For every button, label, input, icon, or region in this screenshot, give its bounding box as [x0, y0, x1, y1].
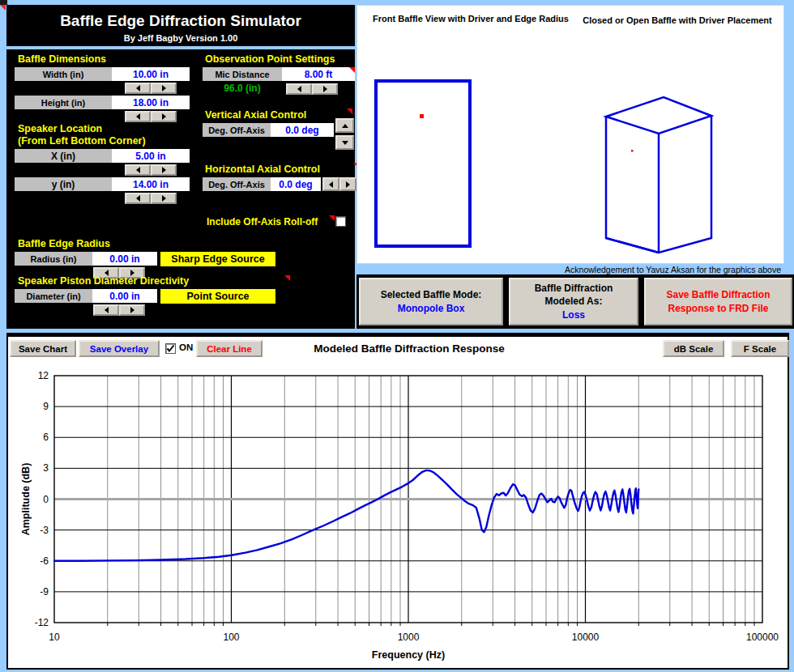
- width-spin-down-button[interactable]: [125, 83, 151, 94]
- y-axis-title: Amplitude (dB): [20, 463, 32, 536]
- diameter-spin-up-button[interactable]: [119, 304, 145, 316]
- speaker-x-label: X (in): [15, 149, 112, 163]
- width-spin-up-button[interactable]: [151, 83, 177, 94]
- diameter-label: Diameter (in): [15, 289, 92, 303]
- svg-text:0: 0: [43, 494, 49, 505]
- radius-value[interactable]: 0.00 in: [92, 252, 157, 266]
- app-subtitle: By Jeff Bagby Version 1.00: [6, 33, 355, 43]
- comment-marker-icon: [0, 5, 6, 11]
- horizontal-axial-value[interactable]: 0.0 deg: [271, 177, 321, 191]
- arrow-left-icon: [136, 85, 140, 91]
- height-value[interactable]: 18.00 in: [112, 96, 190, 109]
- driver-dot-3d: [631, 150, 634, 152]
- baffle-mode-label: Selected Baffle Mode:: [381, 288, 482, 301]
- y-spin-down-button[interactable]: [125, 193, 151, 204]
- height-spinner: [125, 111, 177, 122]
- svg-text:3: 3: [43, 462, 49, 474]
- modeled-as-panel[interactable]: Baffle Diffraction Modeled As: Loss: [509, 278, 638, 325]
- comment-marker-icon: [329, 215, 335, 221]
- svg-text:10000: 10000: [572, 632, 600, 643]
- vertical-spin-up-button[interactable]: [335, 118, 354, 133]
- svg-text:-12: -12: [35, 617, 49, 628]
- speaker-x-value[interactable]: 5.00 in: [112, 149, 190, 163]
- vertical-axial-heading: Vertical Axial Control: [205, 109, 306, 121]
- diffraction-chart: 129630-3-6-9-1210100100010000100000Ampli…: [8, 337, 788, 668]
- mic-spin-up-button[interactable]: [312, 83, 338, 95]
- baffle-mode-value: Monopole Box: [398, 302, 465, 315]
- modeled-as-label: Baffle Diffraction Modeled As:: [521, 282, 626, 308]
- include-rolloff-label: Include Off-Axis Roll-off: [207, 216, 318, 228]
- arrow-left-icon: [105, 307, 109, 313]
- height-label: Height (in): [15, 96, 112, 109]
- svg-text:100: 100: [223, 632, 239, 643]
- piston-mode-indicator: Point Source: [160, 289, 275, 304]
- horizontal-axial-spinner: [322, 177, 356, 191]
- save-frd-button[interactable]: Save Baffle Diffraction Response to FRD …: [644, 278, 792, 325]
- horizontal-axial-heading: Horizontal Axial Control: [205, 164, 320, 175]
- vertical-spin-down-button[interactable]: [335, 135, 354, 150]
- observation-heading: Observation Point Settings: [205, 53, 335, 65]
- modeled-as-value: Loss: [562, 308, 585, 321]
- arrow-left-icon: [136, 113, 140, 120]
- svg-text:6: 6: [43, 432, 49, 443]
- height-spin-up-button[interactable]: [151, 111, 177, 122]
- axis-tick-labels: 129630-3-6-9-1210100100010000100000: [35, 370, 779, 643]
- arrow-right-icon: [162, 167, 166, 173]
- speaker-location-heading-1: Speaker Location: [18, 123, 102, 134]
- arrow-down-icon: [342, 141, 348, 145]
- front-baffle-caption: Front Baffle View with Driver and Edge R…: [369, 12, 572, 26]
- x-spin-down-button[interactable]: [125, 164, 151, 176]
- chart-section: Save Chart Save Overlay ON Clear Line Mo…: [6, 333, 789, 670]
- svg-text:12: 12: [38, 370, 49, 381]
- enclosure-3d-drawing: [592, 83, 762, 261]
- vertical-axial-spinner: [335, 118, 354, 150]
- baffle-mode-panel[interactable]: Selected Baffle Mode: Monopole Box: [359, 278, 503, 325]
- graphics-panel: Front Baffle View with Driver and Edge R…: [356, 5, 784, 264]
- speaker-x-spinner: [125, 164, 177, 176]
- svg-text:1000: 1000: [398, 632, 420, 643]
- arrow-left-icon: [297, 86, 301, 92]
- arrow-right-icon: [162, 113, 166, 120]
- acknowledgement-text: Acknowledgement to Yavuz Aksan for the g…: [356, 265, 781, 274]
- arrow-left-icon: [136, 167, 140, 173]
- width-value[interactable]: 10.00 in: [112, 67, 190, 81]
- mic-distance-spinner: [286, 83, 338, 95]
- diameter-spin-down-button[interactable]: [93, 304, 119, 316]
- horizontal-spin-up-button[interactable]: [339, 177, 356, 191]
- speaker-y-value[interactable]: 14.00 in: [112, 177, 190, 191]
- box-caption: Closed or Open Baffle with Driver Placem…: [580, 14, 775, 28]
- include-rolloff-checkbox[interactable]: [335, 216, 346, 227]
- diameter-value[interactable]: 0.00 in: [92, 289, 157, 303]
- x-spin-up-button[interactable]: [151, 164, 177, 176]
- arrow-left-icon: [136, 195, 140, 202]
- comment-marker-icon: [284, 275, 290, 281]
- arrow-right-icon: [162, 85, 166, 91]
- y-spin-up-button[interactable]: [151, 193, 177, 204]
- x-axis-title: Frequency (Hz): [372, 649, 445, 661]
- chart-grid: [54, 376, 762, 626]
- edge-mode-indicator: Sharp Edge Source: [160, 252, 275, 266]
- mic-distance-value[interactable]: 8.00 ft: [282, 67, 355, 81]
- height-spin-down-button[interactable]: [125, 111, 151, 122]
- save-frd-label: Save Baffle Diffraction Response to FRD …: [651, 288, 785, 314]
- diameter-spinner: [93, 304, 145, 316]
- svg-text:-3: -3: [40, 525, 49, 536]
- baffle-dimensions-heading: Baffle Dimensions: [18, 53, 106, 65]
- arrow-left-icon: [329, 181, 333, 188]
- comment-marker-icon: [349, 67, 355, 73]
- mic-spin-down-button[interactable]: [286, 83, 312, 95]
- front-baffle-drawing: [374, 79, 472, 248]
- comment-marker-icon: [347, 108, 352, 114]
- svg-text:100000: 100000: [746, 632, 779, 643]
- vertical-axial-value[interactable]: 0.0 deg: [271, 123, 334, 137]
- mode-strip: Selected Baffle Mode: Monopole Box Baffl…: [356, 274, 794, 329]
- svg-text:-9: -9: [40, 586, 49, 598]
- horizontal-spin-down-button[interactable]: [322, 177, 339, 191]
- horizontal-axial-label: Deg. Off-Axis: [203, 177, 271, 191]
- speaker-y-spinner: [125, 193, 177, 204]
- baffle-edge-radius-heading: Baffle Edge Radius: [18, 238, 110, 249]
- box-lines: [606, 97, 711, 253]
- speaker-location-heading-2: (From Left Bottom Corner): [18, 135, 146, 147]
- arrow-right-icon: [346, 181, 350, 188]
- svg-text:-6: -6: [40, 555, 49, 567]
